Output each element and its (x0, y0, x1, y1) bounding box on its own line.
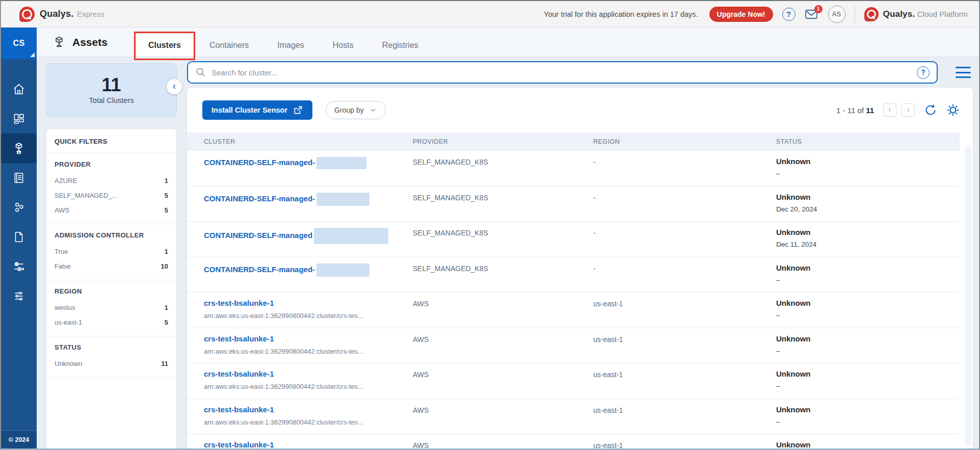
table-row[interactable]: CONTAINERD-SELF-managedSELF_MANAGED_K8S-… (187, 222, 960, 257)
cluster-status-detail: – (776, 418, 960, 426)
notifications-button[interactable]: 1 (805, 8, 819, 20)
home-icon (12, 83, 25, 96)
cluster-provider: SELF_MANAGED_K8S (413, 228, 593, 257)
assets-icon (12, 142, 25, 155)
cluster-region: - (593, 193, 776, 222)
upgrade-now-button[interactable]: Upgrade Now! (709, 7, 773, 22)
tab-bar: ClustersContainersImagesHostsRegistries (136, 28, 431, 57)
install-cluster-sensor-button[interactable]: Install Cluster Sensor (202, 100, 312, 120)
cluster-provider: AWS (413, 405, 593, 434)
cluster-provider: SELF_MANAGED_K8S (413, 263, 593, 293)
table-row[interactable]: crs-test-bsalunke-1arn:aws:eks:us-east-1… (187, 293, 960, 328)
page-title: Assets (72, 36, 108, 48)
table-header: CLUSTERPROVIDERREGIONSTATUS (187, 133, 960, 151)
chevron-left-icon (886, 107, 893, 114)
cluster-link[interactable]: crs-test-bsalunke-1 (204, 405, 274, 414)
cluster-provider: AWS (413, 299, 593, 328)
user-menu-button[interactable]: AS (828, 6, 845, 23)
table-row[interactable]: crs-test-bsalunke-1AWSus-east-1Unknown (187, 434, 960, 448)
sidebar-item-policies[interactable] (1, 193, 37, 222)
cluster-link[interactable]: CONTAINERD-SELF-managed- (204, 158, 315, 167)
filter-option-label[interactable]: SELF_MANAGED_... (55, 192, 118, 199)
tab-images[interactable]: Images (265, 34, 316, 57)
table-scrollbar[interactable] (965, 145, 971, 446)
column-header-region[interactable]: REGION (593, 138, 776, 145)
cluster-link[interactable]: crs-test-bsalunke-1 (204, 440, 274, 448)
cluster-status: Unknown (776, 193, 960, 201)
filter-option-count: 1 (165, 304, 168, 311)
cluster-status-detail: – (776, 382, 960, 390)
help-button[interactable]: ? (782, 8, 796, 21)
cluster-provider: SELF_MANAGED_K8S (413, 157, 593, 186)
cluster-region: us-east-1 (593, 369, 776, 399)
filter-option-label[interactable]: Unknown (55, 360, 82, 367)
table-row[interactable]: crs-test-bsalunke-1arn:aws:eks:us-east-1… (187, 328, 960, 364)
module-switcher[interactable]: CS (1, 28, 37, 59)
column-header-provider[interactable]: PROVIDER (413, 138, 593, 145)
search-input[interactable] (211, 68, 917, 77)
total-clusters-card[interactable]: 11 Total Clusters (46, 63, 177, 117)
table-row[interactable]: CONTAINERD-SELF-managed-SELF_MANAGED_K8S… (187, 257, 960, 293)
table-row[interactable]: CONTAINERD-SELF-managed-SELF_MANAGED_K8S… (187, 187, 960, 222)
trial-expiry-text: Your trial for this application expires … (544, 10, 698, 18)
cluster-status-detail: – (776, 347, 960, 355)
filter-group-title: STATUS (55, 343, 168, 351)
chevron-down-icon (369, 106, 377, 114)
toolbar: Install Cluster Sensor Group by 1 - 11 o… (187, 88, 960, 133)
filter-option-count: 11 (161, 360, 168, 367)
cluster-link[interactable]: crs-test-bsalunke-1 (204, 369, 274, 378)
settings-icon (12, 289, 25, 303)
column-header-status[interactable]: STATUS (776, 138, 960, 145)
next-page-button[interactable] (902, 103, 915, 117)
column-header-cluster[interactable]: CLUSTER (204, 138, 413, 145)
cluster-link[interactable]: CONTAINERD-SELF-managed (204, 231, 312, 240)
dashboard-icon (12, 112, 25, 125)
cluster-link[interactable]: crs-test-bsalunke-1 (204, 299, 274, 307)
cluster-status-detail: – (776, 276, 960, 284)
table-row[interactable]: CONTAINERD-SELF-managed-SELF_MANAGED_K8S… (187, 151, 960, 187)
menu-icon[interactable] (956, 67, 971, 78)
sidebar-item-documents[interactable] (1, 222, 37, 252)
search-help-icon[interactable]: ? (917, 66, 930, 79)
sidebar-item-reports[interactable] (1, 163, 37, 193)
tab-hosts[interactable]: Hosts (321, 34, 366, 57)
sidebar-item-pipeline[interactable] (1, 252, 37, 281)
filter-group-title: PROVIDER (55, 161, 168, 168)
filter-option-label[interactable]: True (55, 248, 68, 255)
sidebar-item-home[interactable] (1, 74, 37, 104)
table-row[interactable]: crs-test-bsalunke-1arn:aws:eks:us-east-1… (187, 399, 960, 435)
tab-clusters[interactable]: Clusters (136, 34, 193, 57)
cluster-link[interactable]: crs-test-bsalunke-1 (204, 334, 274, 343)
brand-name: Qualys. (40, 9, 73, 19)
cluster-status-detail: Dec 11, 2024 (776, 241, 960, 248)
pagination-text: 1 - 11 of 11 (836, 106, 874, 115)
filter-option-row: False10 (55, 259, 168, 274)
cluster-link[interactable]: CONTAINERD-SELF-managed- (204, 265, 315, 274)
previous-page-button[interactable] (883, 103, 896, 117)
cluster-link[interactable]: CONTAINERD-SELF-managed- (204, 194, 315, 203)
cluster-provider: AWS (413, 440, 593, 448)
total-clusters-label: Total Clusters (89, 96, 134, 104)
sidebar-item-dashboard[interactable] (1, 104, 37, 134)
platform-brand-name: Qualys. (883, 9, 915, 19)
cluster-region: - (593, 263, 776, 293)
filter-option-label[interactable]: AZURE (55, 177, 77, 184)
sidebar-item-settings[interactable] (1, 281, 37, 311)
filter-option-label[interactable]: westus (55, 304, 75, 311)
filter-option-label[interactable]: us-east-1 (55, 319, 82, 326)
settings-gear-button[interactable] (946, 103, 960, 117)
table-row[interactable]: crs-test-bsalunke-1arn:aws:eks:us-east-1… (187, 363, 960, 399)
filter-option-count: 5 (165, 319, 168, 326)
tab-registries[interactable]: Registries (370, 34, 431, 57)
cluster-region: us-east-1 (593, 405, 776, 434)
group-by-dropdown[interactable]: Group by (326, 101, 386, 119)
tab-containers[interactable]: Containers (197, 34, 261, 57)
sidebar-item-assets[interactable] (1, 134, 37, 163)
top-bar: Qualys. Express Your trial for this appl… (1, 1, 979, 28)
filter-option-label[interactable]: AWS (55, 206, 69, 214)
assets-cube-icon (52, 35, 66, 49)
refresh-button[interactable] (924, 103, 937, 117)
collapse-panel-button[interactable] (166, 78, 182, 95)
cluster-arn: arn:aws:eks:us-east-1:362990800442:clust… (204, 418, 413, 426)
filter-option-label[interactable]: False (55, 262, 71, 270)
